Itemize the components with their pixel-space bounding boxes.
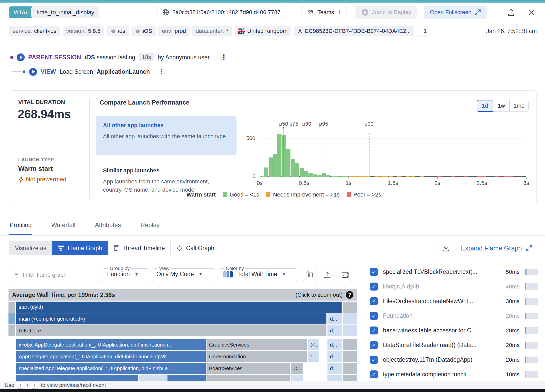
flame-frame-fragment[interactable] [139,375,167,381]
flame-frame[interactable]: d... [327,339,342,350]
flame-frame[interactable]: t... [308,351,320,362]
toggle-side-panel-button[interactable] [338,268,352,282]
flame-frame-fragment[interactable] [343,339,357,350]
function-checkbox[interactable]: ✓ [370,326,378,334]
tag-pill[interactable]: iOS [131,26,156,36]
flame-frame-fragment[interactable] [16,375,138,381]
share-panel-button[interactable] [505,7,517,18]
flame-frame[interactable]: @... [308,339,320,350]
function-name[interactable]: specialized TLVBlockReader.next(... [383,268,495,275]
tab-attributes[interactable]: Attributes [95,220,121,235]
expand-flame-graph-link[interactable]: Expand Flame Graph [461,245,533,252]
function-name[interactable]: base witness table accessor for C... [383,327,495,334]
flame-frame-fragment[interactable] [8,313,15,324]
view-legend: View [157,266,171,271]
flame-frame[interactable]: d... [327,325,342,336]
close-panel-button[interactable] [526,7,537,18]
help-icon[interactable]: ? [346,291,353,299]
tab-profiling[interactable]: Profiling [9,220,32,235]
flame-frame[interactable]: BoardServices [206,363,290,374]
more-tags-button[interactable]: +1 [417,26,430,36]
group-by-dropdown[interactable]: Group by Function ▼ [103,266,149,282]
flame-frame[interactable]: CoreFoundation [206,351,307,362]
teams-button[interactable]: Teams 1 [301,6,347,19]
flame-frame[interactable]: AppDelegate.application(_: UIApplication… [16,351,206,362]
tab-replay[interactable]: Replay [140,220,160,235]
flame-frame-fragment[interactable] [343,313,357,324]
function-checkbox[interactable]: ✓ [370,312,378,320]
x-tick-label: 1.5s [388,180,398,186]
visualize-thread-timeline[interactable]: Thread Timeline [108,241,171,255]
visualize-call-graph[interactable]: Call Graph [171,241,220,255]
function-checkbox[interactable]: ✓ [370,370,378,378]
tag-pill[interactable]: env:prod [158,26,190,36]
flame-frame-fragment[interactable] [291,375,303,381]
flame-frame[interactable]: start (dyld) [16,302,342,313]
function-name[interactable]: type metadata completion functi... [383,371,495,378]
flame-filter-field[interactable] [9,268,99,282]
flame-frame[interactable]: specialized AppDelegate.application(_: U… [16,363,206,374]
range-button-1mo[interactable]: 1mo [510,100,529,112]
flame-frame-fragment[interactable] [343,302,357,313]
tag-pill[interactable]: EC98523D-DFB7-43DE-B274-04DA4E2... [294,26,414,36]
function-checkbox[interactable]: ✓ [370,341,378,349]
arrow-up-key[interactable]: ↑ [17,381,24,389]
function-checkbox[interactable]: ✓ [370,283,378,291]
parent-session-user: by Anonymous user [158,54,210,61]
compare-option-all[interactable]: All other app launches All other app lau… [96,116,237,155]
flame-frame-fragment[interactable] [327,375,342,381]
flame-frame[interactable]: C... [291,363,303,374]
flame-frame-fragment[interactable] [343,375,357,381]
function-checkbox[interactable]: ✓ [370,297,378,305]
vital-name-pill[interactable]: time_to_initial_display [31,6,99,18]
flame-frame-fragment[interactable] [8,325,15,336]
flame-frame[interactable]: d... [327,313,342,324]
flame-frame-fragment[interactable] [8,302,15,313]
flame-frame[interactable]: UIKitCore [16,325,326,336]
parent-session-menu-button[interactable]: ⋮ [218,53,229,61]
tab-waterfall[interactable]: Waterfall [51,220,76,235]
flame-frame-fragment[interactable] [167,375,206,381]
flame-frame[interactable]: main (<compiler-generated>) [16,313,326,324]
download-flame-graph-button[interactable] [439,241,453,255]
background-page-strip [0,389,545,392]
flame-frame[interactable]: @objc AppDelegate.application(_: UIAppli… [16,339,206,350]
flame-frame-fragment[interactable] [343,363,357,374]
view-dropdown[interactable]: View Only My Code ▼ [152,266,215,282]
tag-pill[interactable]: United Kingdom [234,26,291,36]
chevron-down-icon: ▼ [134,272,139,277]
function-name[interactable]: libobjc.A.dylib [383,283,495,290]
arrow-down-key[interactable]: ↓ [31,381,38,389]
tag-pill[interactable]: ios [107,26,129,36]
function-name[interactable]: Foundation [383,312,495,319]
network-address-pill[interactable]: 2a0c:b381:5a6:2100:1482:7d90:d406:7787 [156,6,286,19]
flame-frame-fragment[interactable] [343,325,357,336]
flame-row: main (<compiler-generated>)d... [8,313,357,324]
function-checkbox[interactable]: ✓ [370,356,378,364]
call-graph-icon [176,245,183,251]
function-name[interactable]: FilesOrchestrator.createNewWrit... [383,298,495,305]
open-fullscreen-button[interactable]: Open Fullscreen [424,6,487,19]
flame-filter-input[interactable] [23,272,95,278]
range-button-1d[interactable]: 1d [477,100,493,112]
view-menu-button[interactable]: ⋮ [156,68,167,76]
view-play-button[interactable] [29,68,37,76]
flame-frame[interactable]: GraphicsServices [206,339,307,350]
function-checkbox[interactable]: ✓ [370,268,378,276]
share-flame-graph-button[interactable] [320,268,334,282]
flame-frame-fragment[interactable] [343,351,357,362]
flame-frame[interactable]: d... [327,363,342,374]
flame-frame[interactable]: d... [327,351,342,362]
tag-pill[interactable]: version:5.8.5 [63,26,104,36]
function-name[interactable]: DataStoreFileReader.read() (Data... [383,342,495,349]
color-by-dropdown[interactable]: Color by Total Wall Time ▼ [219,266,298,282]
jump-to-replay-button[interactable]: Jump to Replay [355,6,417,19]
function-name[interactable]: objectdestroy.11Tm (DatadogApp) [383,356,495,363]
compare-flame-graphs-button[interactable] [302,268,316,282]
footer-separator: / [27,382,28,388]
flame-frame-fragment[interactable] [206,375,290,381]
range-button-1w[interactable]: 1w [493,100,510,112]
visualize-flame-graph[interactable]: Flame Graph [52,241,108,255]
tag-pill[interactable]: datacenter:* [192,26,232,36]
tag-pill[interactable]: service:client-ios [9,26,60,36]
